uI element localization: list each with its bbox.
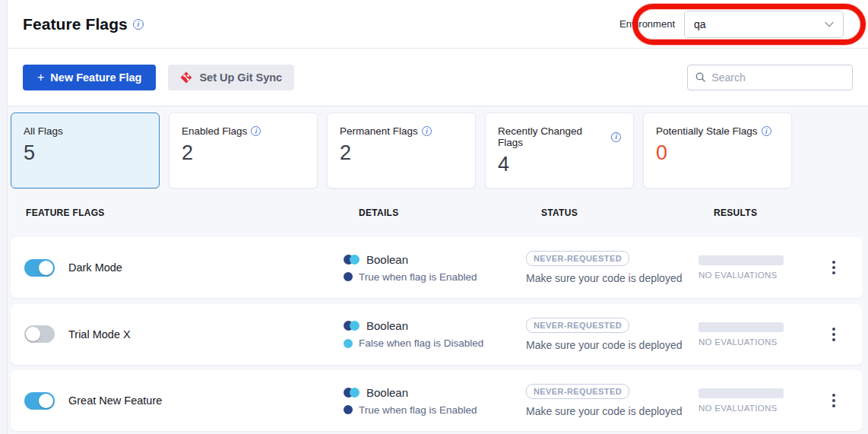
stat-card-enabled-flags[interactable]: Enabled Flags i 2 <box>169 112 318 188</box>
boolean-type-icon <box>344 388 360 398</box>
info-icon[interactable]: i <box>422 126 432 136</box>
stat-card-recently-changed-flags[interactable]: Recently Changed Flags i 4 <box>485 112 634 188</box>
status-badge: NEVER-REQUESTED <box>526 318 629 333</box>
stat-card-permanent-flags[interactable]: Permanent Flags i 2 <box>327 112 476 188</box>
flag-type: Boolean <box>366 253 408 266</box>
value-dot-icon <box>344 405 353 414</box>
status-text: Make sure your code is deployed <box>526 272 682 284</box>
stat-card-all-flags[interactable]: All Flags 5 <box>11 112 160 188</box>
chevron-down-icon <box>825 21 834 27</box>
page-title: Feature Flags <box>23 15 128 33</box>
boolean-type-icon <box>344 255 360 265</box>
results-bar <box>699 255 784 265</box>
plus-icon: + <box>37 71 44 84</box>
status-text: Make sure your code is deployed <box>526 405 682 417</box>
flag-type: Boolean <box>366 386 408 399</box>
row-menu-kebab-icon[interactable] <box>828 323 840 346</box>
content-area: All Flags 5 Enabled Flags i 2 Permanent … <box>8 106 868 434</box>
stat-label: Recently Changed Flags <box>498 125 607 148</box>
flag-toggle[interactable] <box>24 259 55 277</box>
environment-select[interactable]: qa <box>684 11 844 38</box>
results-bar <box>699 388 784 398</box>
toolbar: + New Feature Flag Set Up Git Sync <box>8 49 868 106</box>
git-icon <box>180 71 192 84</box>
git-sync-label: Set Up Git Sync <box>199 71 282 84</box>
stats-row: All Flags 5 Enabled Flags i 2 Permanent … <box>11 112 868 188</box>
search-input[interactable] <box>711 71 844 84</box>
left-gutter <box>0 0 8 434</box>
value-dot-icon <box>344 339 353 348</box>
status-badge: NEVER-REQUESTED <box>526 251 629 266</box>
flag-type: Boolean <box>366 319 408 332</box>
info-icon[interactable]: i <box>611 132 621 142</box>
set-up-git-sync-button[interactable]: Set Up Git Sync <box>168 65 294 90</box>
flag-name[interactable]: Great New Feature <box>68 394 162 407</box>
stat-value: 2 <box>340 141 463 165</box>
page-header: Feature Flags i Environment qa <box>8 0 868 49</box>
column-header-feature-flags: FEATURE FLAGS <box>26 207 359 218</box>
info-icon[interactable]: i <box>762 126 771 136</box>
stat-value: 2 <box>182 141 305 165</box>
status-badge: NEVER-REQUESTED <box>526 384 629 399</box>
search-icon <box>695 71 705 83</box>
environment-picker: Environment qa <box>619 11 853 38</box>
stat-value: 4 <box>498 153 621 176</box>
value-dot-icon <box>344 272 353 281</box>
status-text: Make sure your code is deployed <box>526 339 682 351</box>
search-box <box>687 65 853 90</box>
feature-flags-page: Feature Flags i Environment qa + New Fea… <box>8 0 868 434</box>
environment-value: qa <box>694 18 706 30</box>
flag-detail: True when flag is Enabled <box>359 271 477 283</box>
environment-label: Environment <box>619 18 675 30</box>
stat-value: 0 <box>656 141 779 165</box>
column-header-details: DETAILS <box>359 207 541 218</box>
flag-name[interactable]: Dark Mode <box>68 261 122 274</box>
results-bar <box>699 322 784 332</box>
title-info-icon[interactable]: i <box>133 19 144 30</box>
table-row: Great New Feature Boolean True when flag… <box>11 370 863 431</box>
stat-value: 5 <box>24 141 147 165</box>
flag-detail: True when flag is Enabled <box>359 404 477 416</box>
row-menu-kebab-icon[interactable] <box>828 256 840 279</box>
stat-label: Potentially Stale Flags <box>656 125 758 137</box>
column-header-results: RESULTS <box>714 207 868 218</box>
flag-detail: False when flag is Disabled <box>359 337 483 349</box>
boolean-type-icon <box>344 321 360 331</box>
stat-label: Permanent Flags <box>340 125 418 137</box>
table-row: Trial Mode X Boolean False when flag is … <box>11 304 863 365</box>
flag-name[interactable]: Trial Mode X <box>68 328 131 341</box>
flag-toggle[interactable] <box>24 392 55 410</box>
column-header-status: STATUS <box>541 207 714 218</box>
row-menu-kebab-icon[interactable] <box>828 389 840 412</box>
stat-card-potentially-stale-flags[interactable]: Potentially Stale Flags i 0 <box>643 112 792 188</box>
table-header: FEATURE FLAGS DETAILS STATUS RESULTS <box>11 188 868 237</box>
new-feature-flag-label: New Feature Flag <box>50 71 141 84</box>
table-row: Dark Mode Boolean True when flag is Enab… <box>11 237 863 298</box>
flag-toggle[interactable] <box>24 325 55 343</box>
stat-label: Enabled Flags <box>182 125 247 137</box>
stat-label: All Flags <box>24 125 63 137</box>
new-feature-flag-button[interactable]: + New Feature Flag <box>23 65 156 90</box>
info-icon[interactable]: i <box>251 126 261 136</box>
